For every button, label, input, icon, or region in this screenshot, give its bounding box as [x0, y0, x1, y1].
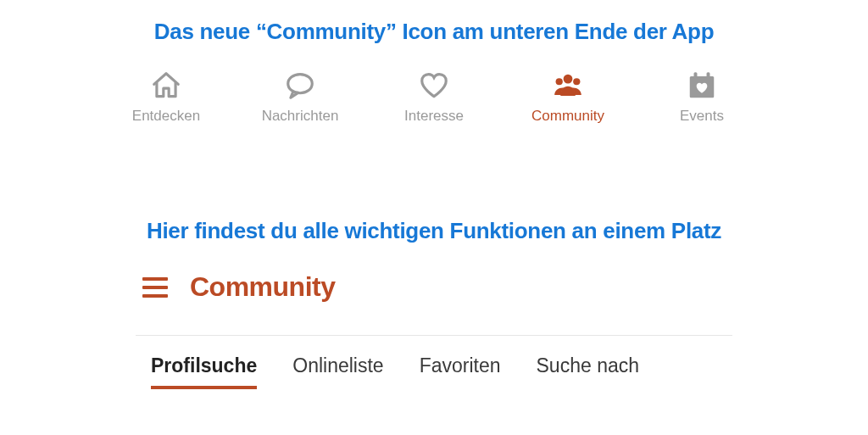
screen-header: Community [136, 270, 732, 320]
tab-community[interactable]: Community [521, 69, 615, 125]
svg-rect-5 [694, 72, 698, 79]
subtab-favoriten[interactable]: Favoriten [420, 354, 501, 389]
svg-point-1 [564, 75, 573, 84]
bottom-tabbar: Entdecken Nachrichten Interesse [0, 69, 868, 125]
community-screen: Community Profilsuche Onlineliste Favori… [136, 270, 732, 389]
subtab-bar: Profilsuche Onlineliste Favoriten Suche … [136, 335, 732, 389]
tab-interesse[interactable]: Interesse [387, 69, 481, 125]
speech-icon [281, 69, 319, 103]
tab-label: Events [680, 108, 724, 125]
svg-point-3 [573, 78, 580, 85]
hamburger-icon[interactable] [142, 277, 168, 298]
tab-nachrichten[interactable]: Nachrichten [253, 69, 347, 125]
subtab-onlineliste[interactable]: Onlineliste [292, 354, 383, 389]
tab-label: Nachrichten [262, 108, 339, 125]
subtab-suche-nach[interactable]: Suche nach [537, 354, 639, 389]
tab-entdecken[interactable]: Entdecken [120, 69, 213, 125]
subtab-profilsuche[interactable]: Profilsuche [151, 354, 257, 389]
tab-label: Entdecken [132, 108, 200, 125]
svg-rect-6 [707, 72, 710, 79]
caption-top: Das neue “Community” Icon am unteren End… [0, 19, 868, 45]
page-title: Community [190, 271, 336, 303]
tab-label: Interesse [404, 108, 464, 125]
tab-label: Community [531, 108, 604, 125]
caption-bottom: Hier findest du alle wichtigen Funktione… [0, 218, 868, 244]
tab-events[interactable]: Events [655, 69, 748, 125]
heart-icon [415, 69, 453, 103]
calendar-icon [683, 69, 721, 103]
svg-point-0 [288, 75, 313, 93]
house-icon [147, 69, 185, 103]
svg-point-2 [556, 78, 563, 85]
people-icon [549, 69, 587, 103]
